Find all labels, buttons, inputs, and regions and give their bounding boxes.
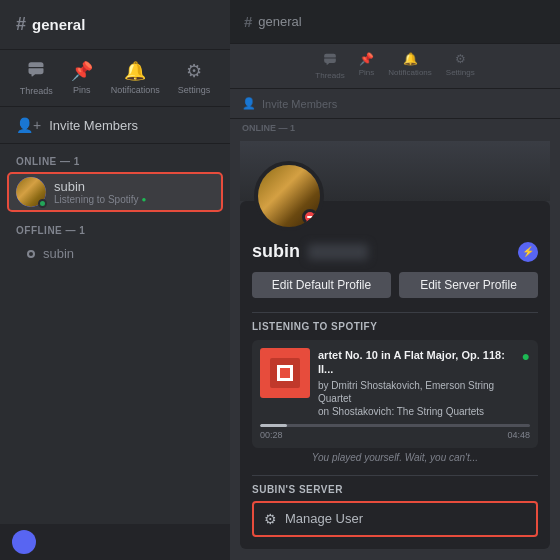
right-threads-action[interactable]: Threads bbox=[315, 52, 344, 80]
spotify-status-text: Listening to Spotify bbox=[54, 194, 139, 205]
offline-section-label: OFFLINE — 1 bbox=[8, 221, 222, 242]
album-inner bbox=[270, 358, 300, 388]
manage-gear-icon: ⚙ bbox=[264, 511, 277, 527]
spotify-card: artet No. 10 in A Flat Major, Op. 118: I… bbox=[252, 340, 538, 448]
right-invite-text: Invite Members bbox=[262, 98, 337, 110]
spotify-album-art bbox=[260, 348, 310, 398]
right-settings-label: Settings bbox=[446, 68, 475, 77]
right-settings-action[interactable]: ⚙ Settings bbox=[446, 52, 475, 80]
notifications-icon: 🔔 bbox=[124, 60, 146, 82]
invite-icon: 👤+ bbox=[16, 117, 41, 133]
progress-total: 04:48 bbox=[507, 430, 530, 440]
pins-label: Pins bbox=[73, 85, 91, 95]
member-info: subin Listening to Spotify ● bbox=[54, 179, 146, 205]
bottom-avatar bbox=[12, 530, 36, 554]
divider-2 bbox=[252, 475, 538, 476]
left-panel: # general Threads 📌 Pins 🔔 Notifications… bbox=[0, 0, 230, 560]
offline-member-name: subin bbox=[43, 246, 74, 261]
notifications-label: Notifications bbox=[111, 85, 160, 95]
right-pins-label: Pins bbox=[359, 68, 375, 77]
right-channel-header: # general bbox=[230, 0, 560, 44]
progress-bar-wrap bbox=[260, 424, 530, 427]
right-pins-icon: 📌 bbox=[359, 52, 374, 66]
nitro-badge: ⚡ bbox=[518, 242, 538, 262]
right-pins-action[interactable]: 📌 Pins bbox=[359, 52, 375, 80]
right-notifications-action[interactable]: 🔔 Notifications bbox=[388, 52, 432, 80]
profile-name-row: subin ⚡ bbox=[252, 241, 538, 262]
profile-avatar-large bbox=[254, 161, 324, 231]
right-threads-icon bbox=[323, 52, 337, 69]
right-notifications-label: Notifications bbox=[388, 68, 432, 77]
threads-label: Threads bbox=[20, 86, 53, 96]
spotify-top-row: artet No. 10 in A Flat Major, Op. 118: I… bbox=[260, 348, 530, 418]
avatar-wrap bbox=[16, 177, 46, 207]
nitro-icon: ⚡ bbox=[522, 246, 534, 257]
spotify-logo-icon: ● bbox=[522, 348, 530, 364]
notifications-action[interactable]: 🔔 Notifications bbox=[111, 60, 160, 96]
members-section: ONLINE — 1 subin Listening to Spotify ● … bbox=[0, 144, 230, 524]
settings-label: Settings bbox=[178, 85, 211, 95]
right-invite-icon: 👤 bbox=[242, 97, 256, 110]
right-hash-icon: # bbox=[244, 13, 252, 30]
spotify-album-name: on Shostakovich: The String Quartets bbox=[318, 405, 514, 418]
channel-header: # general bbox=[0, 0, 230, 50]
progress-bar-fill bbox=[260, 424, 287, 427]
channel-actions-left: Threads 📌 Pins 🔔 Notifications ⚙ Setting… bbox=[0, 50, 230, 107]
progress-current: 00:28 bbox=[260, 430, 283, 440]
dnd-icon bbox=[307, 216, 313, 218]
edit-default-profile-button[interactable]: Edit Default Profile bbox=[252, 272, 391, 298]
right-settings-icon: ⚙ bbox=[455, 52, 466, 66]
settings-icon: ⚙ bbox=[186, 60, 202, 82]
server-section-label: SUBIN'S SERVER bbox=[252, 484, 538, 495]
invite-section-left[interactable]: 👤+ Invite Members bbox=[0, 107, 230, 144]
invite-text-left: Invite Members bbox=[49, 118, 138, 133]
profile-username: subin bbox=[252, 241, 300, 262]
spotify-song-info: artet No. 10 in A Flat Major, Op. 118: I… bbox=[318, 348, 514, 418]
spotify-section-label: LISTENING TO SPOTIFY bbox=[252, 321, 538, 332]
right-online-label: ONLINE — 1 bbox=[230, 119, 560, 135]
right-notifications-icon: 🔔 bbox=[403, 52, 418, 66]
manage-user-button[interactable]: ⚙ Manage User bbox=[252, 501, 538, 537]
spotify-artist-name: by Dmitri Shostakovich, Emerson String Q… bbox=[318, 379, 514, 405]
online-section-label: ONLINE — 1 bbox=[8, 152, 222, 173]
offline-dot bbox=[27, 250, 35, 258]
pins-icon: 📌 bbox=[71, 60, 93, 82]
edit-server-profile-button[interactable]: Edit Server Profile bbox=[399, 272, 538, 298]
profile-banner-area bbox=[240, 141, 550, 201]
right-channel-name: general bbox=[258, 14, 301, 29]
album-square bbox=[277, 365, 293, 381]
manage-user-label: Manage User bbox=[285, 511, 363, 526]
profile-section: subin ⚡ Edit Default Profile Edit Server… bbox=[230, 135, 560, 560]
progress-times: 00:28 04:48 bbox=[260, 430, 530, 440]
pins-action[interactable]: 📌 Pins bbox=[71, 60, 93, 96]
spotify-small-icon: ● bbox=[142, 195, 147, 204]
settings-action[interactable]: ⚙ Settings bbox=[178, 60, 211, 96]
member-name-subin: subin bbox=[54, 179, 146, 194]
member-item-subin-online[interactable]: subin Listening to Spotify ● bbox=[8, 173, 222, 211]
profile-buttons: Edit Default Profile Edit Server Profile bbox=[252, 272, 538, 298]
right-panel: # general Threads 📌 Pins 🔔 Notifications… bbox=[230, 0, 560, 560]
divider-1 bbox=[252, 312, 538, 313]
online-status-dot bbox=[38, 199, 47, 208]
right-channel-actions: Threads 📌 Pins 🔔 Notifications ⚙ Setting… bbox=[230, 44, 560, 89]
member-status: Listening to Spotify ● bbox=[54, 194, 146, 205]
spotify-progress: 00:28 04:48 bbox=[260, 424, 530, 440]
spotify-song-title: artet No. 10 in A Flat Major, Op. 118: I… bbox=[318, 348, 514, 377]
bottom-bar bbox=[0, 524, 230, 560]
profile-discriminator bbox=[308, 244, 368, 260]
hash-icon: # bbox=[16, 14, 26, 35]
threads-action[interactable]: Threads bbox=[20, 60, 53, 96]
profile-body-card: subin ⚡ Edit Default Profile Edit Server… bbox=[240, 201, 550, 549]
playing-status-text: You played yourself. Wait, you can't... bbox=[252, 448, 538, 467]
right-invite-section[interactable]: 👤 Invite Members bbox=[230, 89, 560, 119]
member-item-subin-offline[interactable]: subin bbox=[8, 242, 222, 265]
channel-name-left: general bbox=[32, 16, 85, 33]
right-threads-label: Threads bbox=[315, 71, 344, 80]
threads-icon bbox=[27, 60, 45, 83]
dnd-status-badge bbox=[302, 209, 318, 225]
